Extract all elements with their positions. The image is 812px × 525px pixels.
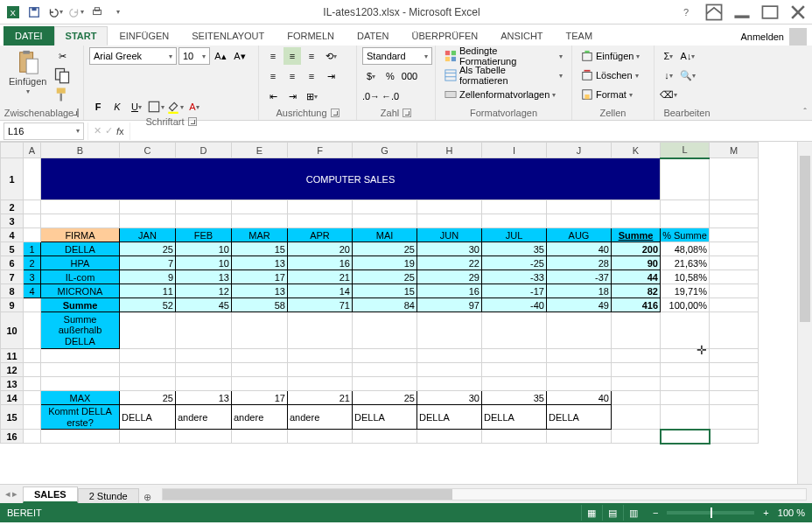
question-cell[interactable]: andere [176, 405, 232, 430]
header-summe[interactable]: Summe [612, 228, 661, 242]
insert-cells-button[interactable]: Einfügen▾ [578, 47, 643, 65]
sum-cell[interactable]: 82 [612, 284, 661, 298]
max-cell[interactable]: 35 [482, 391, 547, 405]
col-header[interactable]: L [661, 143, 710, 158]
header-month[interactable]: JAN [120, 228, 176, 242]
col-header[interactable]: G [353, 143, 417, 158]
max-cell[interactable]: 17 [232, 391, 288, 405]
data-cell[interactable]: 84 [353, 298, 417, 312]
delete-cells-button[interactable]: Löschen▾ [578, 66, 643, 84]
header-month[interactable]: MAR [232, 228, 288, 242]
comma-icon[interactable]: 000 [401, 67, 418, 85]
qat-customize-icon[interactable]: ▾ [108, 3, 128, 22]
data-cell[interactable]: 28 [547, 256, 612, 270]
data-cell[interactable]: 13 [176, 270, 232, 284]
col-header[interactable]: E [232, 143, 288, 158]
extra-label[interactable]: SummeaußerhalbDELLA [41, 312, 120, 349]
currency-icon[interactable]: $▾ [362, 67, 380, 85]
pct-cell[interactable]: 19,71% [661, 284, 710, 298]
ribbon-options-icon[interactable] [704, 4, 724, 21]
data-cell[interactable]: -25 [482, 256, 547, 270]
font-size-select[interactable]: 10▾ [178, 47, 210, 65]
find-select-icon[interactable]: 🔍▾ [679, 66, 696, 84]
title-cell[interactable]: COMPUTER SALES [41, 158, 661, 200]
align-left-icon[interactable]: ≡ [264, 67, 282, 85]
autosum-icon[interactable]: Σ▾ [660, 47, 677, 65]
number-format-select[interactable]: Standard▾ [362, 47, 432, 65]
data-cell[interactable]: 21 [288, 270, 353, 284]
row-header[interactable]: 15 [1, 405, 24, 430]
align-middle-icon[interactable]: ≡ [284, 47, 301, 65]
row-header[interactable]: 7 [1, 270, 24, 284]
decrease-font-icon[interactable]: A▾ [231, 47, 248, 65]
data-cell[interactable]: 22 [417, 256, 482, 270]
data-cell[interactable]: 25 [353, 270, 417, 284]
maximize-icon[interactable] [760, 4, 780, 21]
name-box[interactable]: L16▾ [4, 122, 84, 140]
question-cell[interactable]: DELLA [353, 405, 417, 430]
data-cell[interactable]: 15 [353, 284, 417, 298]
pct-cell[interactable]: 100,00% [661, 298, 710, 312]
row-header[interactable]: 8 [1, 284, 24, 298]
bold-button[interactable]: F [89, 98, 107, 116]
sort-filter-icon[interactable]: A↓▾ [679, 47, 696, 65]
minimize-icon[interactable] [732, 4, 752, 21]
percent-icon[interactable]: % [382, 67, 399, 85]
zoom-out-button[interactable]: − [653, 508, 658, 518]
copy-icon[interactable] [53, 66, 71, 84]
align-right-icon[interactable]: ≡ [303, 67, 320, 85]
row-header[interactable]: 9 [1, 298, 24, 312]
row-header[interactable]: 1 [1, 158, 24, 200]
col-header[interactable]: F [288, 143, 353, 158]
row-num[interactable]: 4 [24, 284, 41, 298]
data-cell[interactable]: 45 [176, 298, 232, 312]
data-cell[interactable]: 16 [288, 256, 353, 270]
header-month[interactable]: AUG [547, 228, 612, 242]
data-cell[interactable]: 10 [176, 256, 232, 270]
sheet-nav-prev-icon[interactable]: ◂ [5, 488, 10, 500]
data-cell[interactable]: 71 [288, 298, 353, 312]
data-cell[interactable]: 97 [417, 298, 482, 312]
data-cell[interactable]: 52 [120, 298, 176, 312]
col-header[interactable]: J [547, 143, 612, 158]
tab-team[interactable]: Team [555, 26, 605, 46]
sheet-nav-next-icon[interactable]: ▸ [12, 488, 18, 500]
select-all-corner[interactable] [1, 143, 24, 158]
col-header[interactable]: H [417, 143, 482, 158]
data-cell[interactable]: 13 [232, 256, 288, 270]
row-header[interactable]: 10 [1, 312, 24, 349]
close-icon[interactable] [788, 4, 808, 21]
conditional-formatting-button[interactable]: Bedingte Formatierung▾ [441, 47, 566, 65]
row-num[interactable]: 3 [24, 270, 41, 284]
data-cell[interactable]: 12 [176, 284, 232, 298]
header-month[interactable]: FEB [176, 228, 232, 242]
header-month[interactable]: JUL [482, 228, 547, 242]
data-cell[interactable]: 20 [288, 242, 353, 256]
save-icon[interactable] [24, 3, 44, 22]
sum-cell[interactable]: 44 [612, 270, 661, 284]
tab-view[interactable]: ANSICHT [489, 26, 554, 46]
cell-styles-button[interactable]: Zellenformatvorlagen▾ [441, 86, 566, 103]
vertical-scrollbar[interactable] [797, 142, 812, 484]
increase-indent-icon[interactable]: ⇥ [284, 88, 301, 105]
view-normal-icon[interactable]: ▦ [581, 505, 602, 521]
cut-icon[interactable]: ✂ [53, 47, 71, 65]
data-cell[interactable]: 35 [482, 242, 547, 256]
underline-button[interactable]: U▾ [128, 98, 145, 116]
firma-cell[interactable]: IL-com [41, 270, 120, 284]
decrease-indent-icon[interactable]: ⇤ [264, 88, 282, 105]
row-header[interactable]: 14 [1, 391, 24, 405]
fill-color-button[interactable]: ▾ [166, 98, 184, 116]
data-cell[interactable]: 7 [120, 256, 176, 270]
number-launcher[interactable] [402, 108, 411, 117]
increase-font-icon[interactable]: A▴ [212, 47, 229, 65]
data-cell[interactable]: -37 [547, 270, 612, 284]
row-header[interactable]: 12 [1, 363, 24, 377]
header-firma[interactable]: FIRMA [41, 228, 120, 242]
col-header[interactable]: D [176, 143, 232, 158]
firma-cell[interactable]: HPA [41, 256, 120, 270]
max-cell[interactable]: 25 [353, 391, 417, 405]
row-header[interactable]: 13 [1, 377, 24, 391]
row-header[interactable]: 2 [1, 200, 24, 214]
max-label[interactable]: MAX [41, 391, 120, 405]
